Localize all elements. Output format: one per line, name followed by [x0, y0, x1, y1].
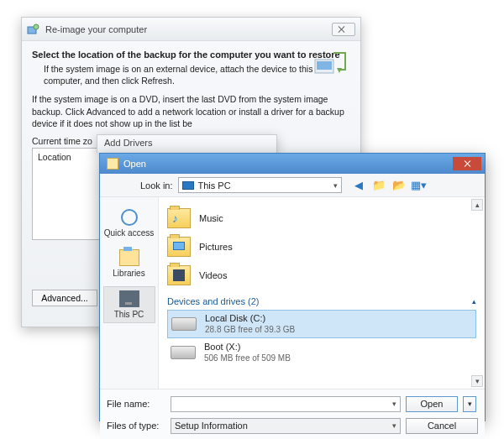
up-one-level-icon[interactable]: 📁	[372, 179, 386, 192]
advanced-button[interactable]: Advanced...	[32, 290, 97, 306]
folder-music[interactable]: ♪ Music	[167, 204, 476, 233]
places-bar: Quick access Libraries This PC	[100, 197, 159, 389]
svg-rect-3	[317, 61, 332, 70]
open-app-icon	[107, 158, 118, 170]
folder-label: Music	[199, 213, 223, 223]
reimage-para2: If the system image is on a DVD, insert …	[32, 93, 350, 129]
open-body: Quick access Libraries This PC ▴ ♪ Music…	[100, 197, 485, 389]
this-pc-icon	[119, 290, 139, 307]
restore-illustration-icon	[312, 48, 349, 81]
add-drivers-title: Add Drivers	[104, 138, 152, 148]
chevron-down-icon: ▾	[392, 421, 396, 430]
lookin-value: This PC	[198, 180, 231, 191]
open-footer: File name: ▾ Open Files of type: Setup I…	[100, 389, 485, 439]
this-pc-icon	[182, 181, 194, 190]
reimage-para1: If the system image is on an external de…	[44, 63, 350, 86]
folder-label: Videos	[199, 270, 227, 280]
add-drivers-window: Add Drivers	[97, 134, 277, 153]
svg-point-1	[34, 24, 39, 29]
place-libraries[interactable]: Libraries	[103, 246, 155, 281]
open-split-button[interactable]	[463, 396, 476, 412]
open-button[interactable]: Open	[406, 396, 458, 412]
videos-folder-icon	[167, 265, 191, 285]
open-close-button[interactable]	[453, 157, 481, 170]
hard-drive-icon	[171, 317, 197, 331]
cancel-button[interactable]: Cancel	[406, 418, 478, 434]
open-title: Open	[123, 159, 453, 169]
libraries-icon	[119, 249, 139, 266]
reimage-app-icon	[27, 24, 40, 35]
reimage-heading: Select the location of the backup for th…	[32, 50, 350, 60]
chevron-down-icon: ▾	[392, 400, 396, 408]
devices-section-header[interactable]: Devices and drives (2) ▴	[167, 296, 476, 306]
drive-boot-x[interactable]: Boot (X:) 506 MB free of 509 MB	[167, 338, 476, 367]
section-label: Devices and drives (2)	[167, 296, 259, 306]
view-menu-icon[interactable]: ▦▾	[412, 179, 426, 192]
place-label: Quick access	[104, 228, 154, 238]
reimage-titlebar[interactable]: Re-image your computer	[22, 18, 360, 41]
filetype-label: Files of type:	[107, 421, 165, 431]
folder-pictures[interactable]: Pictures	[167, 233, 476, 261]
grid-column-location: Location	[38, 152, 71, 162]
quick-access-icon	[119, 209, 139, 226]
scroll-up-button[interactable]: ▴	[471, 199, 483, 211]
filename-input[interactable]: ▾	[171, 396, 401, 412]
place-quick-access[interactable]: Quick access	[103, 206, 155, 241]
filetype-value: Setup Information	[175, 421, 248, 431]
folder-label: Pictures	[199, 242, 233, 252]
place-this-pc[interactable]: This PC	[103, 286, 155, 323]
lookin-dropdown[interactable]: This PC ▾	[178, 177, 342, 193]
reimage-close-button[interactable]	[332, 23, 355, 36]
open-toolbar: Look in: This PC ▾ ◀ 📁 📂 ▦▾	[100, 174, 485, 197]
back-icon[interactable]: ◀	[352, 179, 365, 192]
filetype-dropdown[interactable]: Setup Information ▾	[171, 418, 401, 434]
drive-free-space: 28.8 GB free of 39.3 GB	[205, 325, 295, 335]
place-label: Libraries	[113, 269, 144, 278]
place-label: This PC	[114, 310, 144, 319]
drive-name: Local Disk (C:)	[205, 313, 295, 324]
pictures-folder-icon	[167, 237, 191, 257]
toolbar-icons: ◀ 📁 📂 ▦▾	[352, 179, 426, 192]
file-list[interactable]: ▴ ♪ Music Pictures Videos Devices and dr…	[159, 197, 485, 389]
open-dialog: Open Look in: This PC ▾ ◀ 📁 📂 ▦▾ Quick a…	[99, 153, 486, 421]
scroll-down-button[interactable]: ▾	[471, 375, 483, 387]
chevron-down-icon: ▾	[333, 181, 338, 190]
open-titlebar[interactable]: Open	[100, 154, 485, 174]
new-folder-icon[interactable]: 📂	[392, 179, 406, 192]
reimage-title: Re-image your computer	[45, 24, 327, 34]
music-folder-icon: ♪	[167, 208, 191, 228]
chevron-up-icon: ▴	[472, 297, 476, 306]
drive-local-disk-c[interactable]: Local Disk (C:) 28.8 GB free of 39.3 GB	[167, 310, 476, 338]
drive-free-space: 506 MB free of 509 MB	[204, 353, 291, 363]
folder-videos[interactable]: Videos	[167, 261, 476, 290]
filename-label: File name:	[107, 399, 165, 409]
lookin-label: Look in:	[140, 180, 173, 191]
hard-drive-icon	[171, 346, 196, 359]
drive-name: Boot (X:)	[204, 342, 291, 353]
